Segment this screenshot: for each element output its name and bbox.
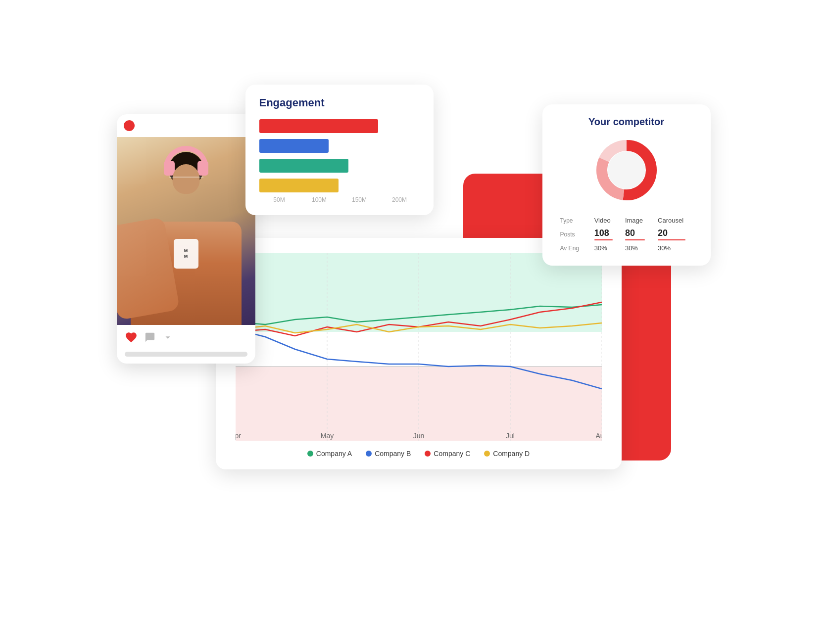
bar-row-yellow <box>259 178 420 193</box>
aveng-label: Av Eng <box>556 242 590 254</box>
carousel-posts: 20 <box>654 226 696 242</box>
heart-icon[interactable] <box>125 331 138 344</box>
card-actions <box>117 325 255 350</box>
svg-text:May: May <box>320 432 333 440</box>
posts-label: Posts <box>556 226 590 242</box>
carousel-aveng: 30% <box>654 242 696 254</box>
line-chart-svg: 100% 50% 50% 100% Apr May Jun Jul Aug <box>236 253 602 441</box>
company-a-dot <box>307 451 313 457</box>
bar-row-blue <box>259 138 420 154</box>
svg-text:Jul: Jul <box>506 432 515 440</box>
video-posts: 108 <box>590 226 621 242</box>
donut-chart-container <box>556 136 697 205</box>
svg-text:Aug: Aug <box>595 432 601 440</box>
company-c-dot <box>425 451 431 457</box>
svg-text:Jun: Jun <box>413 432 424 440</box>
company-d-label: Company D <box>493 450 530 458</box>
donut-chart <box>592 136 661 205</box>
company-b-dot <box>366 451 372 457</box>
image-posts: 80 <box>621 226 654 242</box>
image-type: Image <box>621 215 654 226</box>
company-b-label: Company B <box>375 450 411 458</box>
image-aveng: 30% <box>621 242 654 254</box>
axis-150m: 150M <box>340 196 380 203</box>
legend-company-a: Company A <box>307 450 352 458</box>
bar-chart <box>259 118 420 193</box>
company-a-label: Company A <box>316 450 352 458</box>
type-label: Type <box>556 215 590 226</box>
video-aveng: 30% <box>590 242 621 254</box>
axis-100m: 100M <box>299 196 340 203</box>
bar-blue <box>259 139 329 153</box>
axis-50m: 50M <box>259 196 299 203</box>
bar-teal <box>259 159 348 173</box>
chart-legend: Company A Company B Company C Company D <box>236 450 602 458</box>
bar-red <box>259 119 378 133</box>
bar-row-red <box>259 118 420 134</box>
competitor-title: Your competitor <box>556 116 697 128</box>
card-image: MM <box>117 137 255 325</box>
video-type: Video <box>590 215 621 226</box>
carousel-type: Carousel <box>654 215 696 226</box>
svg-text:Apr: Apr <box>236 432 241 440</box>
line-chart-card: 100% 50% 50% 100% Apr May Jun Jul Aug Co… <box>216 238 622 469</box>
legend-company-d: Company D <box>484 450 530 458</box>
bar-yellow <box>259 179 339 192</box>
competitor-table: Type Video Image Carousel Posts 108 80 2… <box>556 215 697 254</box>
social-media-card: MM <box>117 114 255 364</box>
company-d-dot <box>484 451 490 457</box>
bar-axis: 50M 100M 150M 200M <box>259 196 420 203</box>
engagement-card: Engagement 50M 100M 150M 200M <box>245 85 434 215</box>
competitor-card: Your competitor Type Video Image <box>542 104 711 266</box>
comment-bar <box>125 352 247 357</box>
engagement-title: Engagement <box>259 96 420 109</box>
record-indicator <box>124 120 135 131</box>
svg-point-4 <box>608 151 645 189</box>
legend-company-c: Company C <box>425 450 470 458</box>
card-header <box>117 114 255 137</box>
comment-icon[interactable] <box>145 332 155 343</box>
axis-200m: 200M <box>380 196 420 203</box>
bar-row-teal <box>259 158 420 174</box>
legend-company-b: Company B <box>366 450 411 458</box>
share-icon[interactable] <box>162 332 173 343</box>
company-c-label: Company C <box>434 450 470 458</box>
